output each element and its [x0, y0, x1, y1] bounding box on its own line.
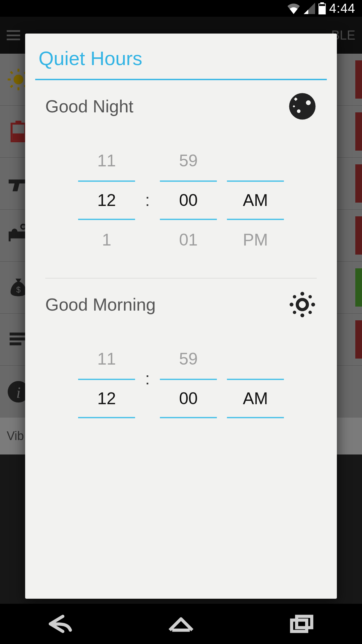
- svg-rect-29: [292, 620, 307, 632]
- svg-point-23: [290, 303, 293, 306]
- picker-prev[interactable]: 59: [160, 141, 217, 180]
- picker-selected[interactable]: 12: [78, 379, 135, 418]
- night-hour-picker[interactable]: 11 12 1: [78, 141, 135, 260]
- picker-selected[interactable]: 12: [78, 180, 135, 220]
- wifi-icon: [287, 3, 300, 14]
- night-ampm-picker[interactable]: AM PM: [227, 141, 284, 260]
- dialog-title: Quiet Hours: [25, 34, 337, 79]
- back-button[interactable]: [45, 614, 75, 634]
- svg-rect-0: [319, 4, 325, 6]
- morning-time-picker: 11 12 : 59 00 AM: [45, 339, 317, 418]
- recent-apps-button[interactable]: [287, 614, 317, 634]
- status-bar: 4:44: [0, 0, 362, 17]
- good-night-section: Good Night 11 12 1 : 59 00 01 AM: [25, 80, 337, 260]
- picker-selected[interactable]: 00: [160, 180, 217, 220]
- svg-point-25: [293, 295, 296, 299]
- signal-icon: [304, 3, 315, 14]
- svg-point-22: [300, 314, 304, 317]
- svg-point-20: [297, 300, 307, 310]
- svg-point-24: [311, 303, 315, 306]
- picker-prev[interactable]: 11: [78, 339, 135, 379]
- svg-point-27: [293, 311, 296, 314]
- picker-prev[interactable]: 11: [78, 141, 135, 180]
- svg-point-18: [306, 100, 311, 105]
- svg-point-21: [300, 292, 304, 296]
- good-night-label: Good Night: [45, 96, 133, 116]
- picker-prev[interactable]: [227, 339, 284, 379]
- good-morning-section: Good Morning 11 12 : 59 00: [25, 278, 337, 418]
- moon-icon: [288, 92, 317, 121]
- picker-prev[interactable]: 59: [160, 339, 217, 379]
- time-colon: :: [145, 191, 150, 210]
- picker-next[interactable]: PM: [227, 220, 284, 260]
- svg-rect-30: [297, 616, 312, 628]
- morning-hour-picker[interactable]: 11 12: [78, 339, 135, 418]
- picker-selected[interactable]: 00: [160, 379, 217, 418]
- battery-icon: [318, 2, 326, 14]
- android-nav-bar: [0, 604, 362, 644]
- good-morning-label: Good Morning: [45, 294, 156, 315]
- svg-point-28: [308, 295, 312, 299]
- picker-prev[interactable]: [227, 141, 284, 180]
- time-colon: :: [145, 369, 150, 388]
- svg-point-19: [297, 109, 301, 113]
- picker-next[interactable]: 01: [160, 220, 217, 260]
- status-time: 4:44: [329, 1, 355, 16]
- morning-ampm-picker[interactable]: AM: [227, 339, 284, 418]
- picker-selected[interactable]: AM: [227, 379, 284, 418]
- sun-outline-icon: [288, 290, 317, 319]
- morning-minute-picker[interactable]: 59 00: [160, 339, 217, 418]
- home-button[interactable]: [166, 614, 196, 634]
- svg-point-26: [308, 311, 312, 314]
- quiet-hours-dialog: Quiet Hours Good Night 11 12 1 : 59 00 0…: [25, 34, 337, 599]
- picker-selected[interactable]: AM: [227, 180, 284, 220]
- picker-next[interactable]: 1: [78, 220, 135, 260]
- night-minute-picker[interactable]: 59 00 01: [160, 141, 217, 260]
- night-time-picker: 11 12 1 : 59 00 01 AM PM: [45, 141, 317, 260]
